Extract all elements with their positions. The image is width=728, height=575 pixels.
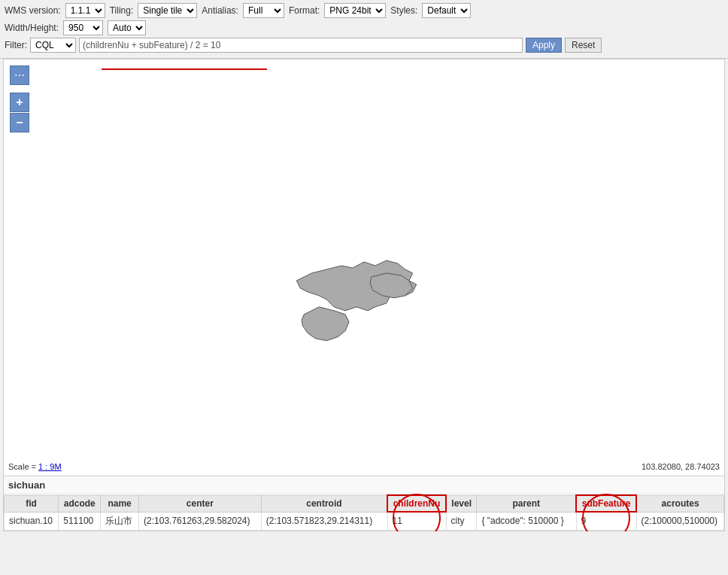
filter-label: Filter: [5, 40, 27, 50]
col-header-childrennu: childrenNu [387, 495, 446, 512]
cell-childrennu: 11 [387, 512, 446, 530]
col-header-fid: fid [5, 495, 59, 512]
scale-link[interactable]: 1 : 9M [38, 462, 62, 471]
zoom-in-button[interactable]: + [10, 93, 29, 112]
layer-name: sichuan [4, 476, 724, 494]
annotation-line [102, 68, 267, 70]
col-header-adcode: adcode [59, 495, 101, 512]
map-container: ⋯ + − Scale = 1 : 9M 103.82080, 28.74023 [3, 59, 725, 476]
filter-input[interactable] [79, 38, 523, 53]
width-select[interactable]: 800 950 1024 [63, 20, 103, 35]
col-header-name: name [101, 495, 139, 512]
format-label: Format: [289, 5, 320, 16]
styles-label: Styles: [390, 5, 417, 16]
cell-centroid: (2:103.571823,29.214311) [261, 512, 387, 530]
cell-center: (2:103.761263,29.582024) [139, 512, 262, 530]
col-header-center: center [139, 495, 262, 512]
filter-type-select[interactable]: CQL OGC NONE [30, 38, 76, 53]
apply-button[interactable]: Apply [526, 38, 562, 53]
svg-marker-2 [302, 307, 349, 341]
tiling-label: Tiling: [110, 5, 134, 16]
cell-fid: sichuan.10 [5, 512, 59, 530]
cell-acroutes: (2:100000,510000) [636, 512, 723, 530]
col-header-parent: parent [477, 495, 576, 512]
cell-level: city [446, 512, 477, 530]
data-table: fid adcode name center centroid children… [4, 494, 724, 531]
antialias-label: Antialias: [202, 5, 238, 16]
col-header-acroutes: acroutes [636, 495, 723, 512]
cell-name: 乐山市 [101, 512, 139, 530]
scale-bar: Scale = 1 : 9M [8, 462, 62, 471]
map-svg [4, 59, 724, 476]
col-header-subfeature: subFeature [576, 495, 636, 512]
wms-version-select[interactable]: 1.1.1 1.3.0 [65, 3, 105, 18]
map-controls: ⋯ + − [10, 65, 29, 132]
scale-text: Scale = [8, 462, 38, 471]
tiling-select[interactable]: Single tile Tiled [138, 3, 197, 18]
styles-select[interactable]: Default [422, 3, 471, 18]
cell-subfeature: 9 [576, 512, 636, 530]
zoom-out-button[interactable]: − [10, 113, 29, 132]
coordinates-display: 103.82080, 28.74023 [642, 462, 720, 471]
col-header-centroid: centroid [261, 495, 387, 512]
antialias-select[interactable]: Full None Text Gfx [243, 3, 284, 18]
cell-parent: { "adcode": 510000 } [477, 512, 576, 530]
map-menu-button[interactable]: ⋯ [10, 65, 29, 85]
wms-label: WMS version: [5, 5, 61, 16]
col-header-level: level [446, 495, 477, 512]
width-height-label: Width/Height: [5, 23, 59, 33]
height-select[interactable]: Auto 600 800 [108, 20, 146, 35]
toolbar: WMS version: 1.1.1 1.3.0 Tiling: Single … [0, 0, 728, 59]
reset-button[interactable]: Reset [565, 38, 602, 53]
bottom-section: sichuan fid adcode name center centroid … [3, 476, 725, 531]
cell-adcode: 511100 [59, 512, 101, 530]
menu-icon: ⋯ [14, 69, 25, 81]
table-row: sichuan.10 511100 乐山市 (2:103.761263,29.5… [5, 512, 724, 530]
format-select[interactable]: PNG 24bit PNG 8bit JPEG GIF [324, 3, 386, 18]
